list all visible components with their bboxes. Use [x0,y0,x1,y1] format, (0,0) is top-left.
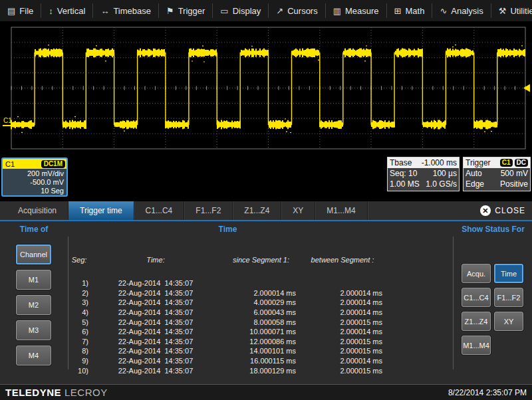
tab-c1-c4[interactable]: C1...C4 [134,201,185,220]
descriptor-strip: C1 DC1M 200 mV/div -500.0 mV 10 Seg Tbas… [0,154,532,201]
cell-seg: 7) [70,338,88,346]
monitor-icon: ▭ [220,7,228,15]
cell-seg: 3) [70,298,88,306]
brand-logo: TELEDYNELECROY [5,387,108,398]
trigger-title: Trigger [466,158,491,167]
cell-time: 22-Aug-2014 14:35:07 [88,318,223,326]
tbase-title: Tbase [390,158,412,167]
close-button[interactable]: ✕ CLOSE [480,201,525,220]
tools-icon: ⚒ [499,7,507,15]
table-row: 4) 22-Aug-2014 14:35:07 6.000043 ms 2.00… [70,308,386,318]
status-time-button[interactable]: Time [494,264,523,283]
table-row: 1) 22-Aug-2014 14:35:07 [70,278,386,288]
channel-c1-descriptor[interactable]: C1 DC1M 200 mV/div -500.0 mV 10 Seg [1,157,68,197]
seq-count: Seq: 10 [390,168,417,179]
sample-points: 1.00 MS [390,179,420,189]
menu-cursors[interactable]: ↗ Cursors [269,3,325,18]
cell-between-segment: 2.000015 ms [299,318,386,326]
time-of-m4-button[interactable]: M4 [16,346,51,365]
trigger-level-marker[interactable] [523,84,530,92]
time-of-m2-button[interactable]: M2 [16,295,51,315]
status-acqu-button[interactable]: Acqu. [462,264,491,283]
cell-since-segment1: 18.000129 ms [223,367,299,375]
cell-seg: 9) [70,357,88,365]
calculator-icon: ⊞ [394,7,402,15]
status-bar: TELEDYNELECROY 8/22/2014 2:35:07 PM [0,384,532,400]
cell-since-segment1: 14.000101 ms [223,347,299,355]
time-of-m1-button[interactable]: M1 [16,270,51,290]
table-header-row: Seg: Time: since Segment 1: between Segm… [70,256,386,264]
cell-since-segment1: 4.000029 ms [223,298,299,306]
channel-label: C1 [5,160,15,168]
brand-lecroy: LECROY [65,387,108,398]
col-header-seg: Seg: [70,256,88,264]
trigger-coupling-badge: DC [515,159,528,167]
show-status-title: Show Status For [454,225,532,234]
cell-seg: 4) [70,308,88,316]
menu-file[interactable]: ▤ File [0,3,41,18]
cell-between-segment: 2.000014 ms [299,308,386,316]
cursor-arrow-icon: ↗ [276,7,283,15]
time-of-channel-button[interactable]: Channel [16,245,51,264]
trigger-source-badge: C1 [500,159,513,167]
volts-per-div: 200 mV/div [3,169,64,178]
menu-measure[interactable]: ▥ Measure [326,3,387,18]
cell-time: 22-Aug-2014 14:35:07 [88,308,223,316]
tab-bar: Acquisition Trigger time C1...C4 F1...F2… [0,201,532,220]
cell-since-segment1: 2.000014 ms [223,289,299,297]
menu-utilities[interactable]: ⚒ Utilities [491,3,532,18]
tab-trigger-time[interactable]: Trigger time [68,201,134,220]
close-label: CLOSE [495,206,525,215]
menu-trigger[interactable]: ⚑ Trigger [159,3,213,18]
status-z1-z4-button[interactable]: Z1...Z4 [462,312,491,331]
vertical-arrows-icon: ↕ [49,7,53,15]
status-f1-f2-button[interactable]: F1...F2 [494,288,523,307]
cell-seg: 6) [70,328,88,336]
brand-teledyne: TELEDYNE [5,387,61,398]
tab-f1-f2[interactable]: F1...F2 [184,201,233,220]
table-row: 9) 22-Aug-2014 14:35:07 16.000115 ms 2.0… [70,356,386,366]
menu-math[interactable]: ⊞ Math [387,3,433,18]
coupling-badge: DC1M [41,160,65,168]
tabs: Acquisition Trigger time C1...C4 F1...F2… [7,201,532,220]
cell-between-segment: 2.000014 ms [299,328,386,336]
col-header-since: since Segment 1: [223,256,299,264]
menu-item-label: Vertical [57,6,86,16]
trigger-mode: Auto [466,168,482,179]
timebase-descriptor[interactable]: Tbase -1.000 ms Seq: 10 100 µs 1.00 MS 1… [387,157,460,191]
table-row: 3) 22-Aug-2014 14:35:07 4.000029 ms 2.00… [70,298,386,308]
tab-xy[interactable]: XY [281,201,315,220]
tab-acquisition[interactable]: Acquisition [7,201,68,220]
tab-z1-z4[interactable]: Z1...Z4 [233,201,281,220]
system-datetime: 8/22/2014 2:35:07 PM [448,388,527,397]
cell-seg: 1) [70,279,88,287]
tab-m1-m4[interactable]: M1...M4 [315,201,367,220]
oscilloscope-screen: ▤ File ↕ Vertical ↔ Timebase ⚑ Trigger ▭… [0,0,532,400]
cell-between-segment: 2.000014 ms [299,357,386,365]
menu-bar: ▤ File ↕ Vertical ↔ Timebase ⚑ Trigger ▭… [0,0,532,22]
trigger-descriptor[interactable]: Trigger C1 DC Auto 500 mV Edge Positive [463,157,531,191]
scope-area: C1 [0,21,532,154]
cell-time: 22-Aug-2014 14:35:07 [88,298,223,306]
waveform-display: C1 [0,21,532,154]
menu-vertical[interactable]: ↕ Vertical [41,3,93,18]
channel-zero-marker [3,125,13,126]
cell-seg: 8) [70,347,88,355]
table-row: 8) 22-Aug-2014 14:35:07 14.000101 ms 2.0… [70,346,386,356]
status-xy-button[interactable]: XY [494,312,523,331]
time-of-m3-button[interactable]: M3 [16,320,51,340]
menu-analysis[interactable]: ∿ Analysis [432,3,491,18]
col-header-between: between Segment : [299,256,386,264]
status-m1-m4-button[interactable]: M1...M4 [462,336,491,355]
menu-item-label: Analysis [451,6,483,16]
ruler-icon: ▥ [333,7,341,15]
menu-display[interactable]: ▭ Display [213,3,269,18]
menu-item-label: File [19,6,33,16]
status-c1-c4-button[interactable]: C1...C4 [462,288,491,307]
menu-item-label: Display [233,6,261,16]
time-table-title: Time [70,225,386,234]
menu-timebase[interactable]: ↔ Timebase [93,3,159,18]
cell-time: 22-Aug-2014 14:35:07 [88,279,223,287]
trigger-slope: Positive [500,179,528,189]
time-of-title: Time of [0,225,68,234]
